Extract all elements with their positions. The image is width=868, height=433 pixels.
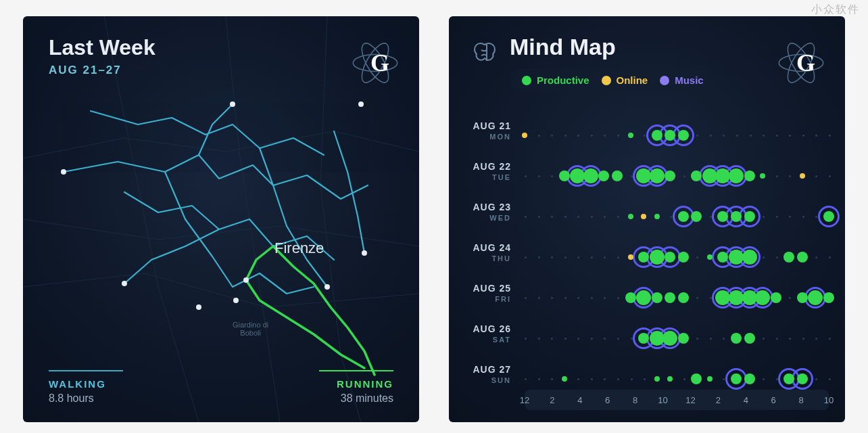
data-point [667,376,673,382]
svg-point-7 [196,304,201,310]
data-point [707,376,713,382]
running-stat: RUNNING 38 minutes [319,370,393,405]
watermark-text: 小众软件 [811,3,860,17]
data-point [628,133,633,138]
axis-tick: 6 [605,395,610,405]
last-week-date-range: AUG 21–27 [49,64,122,77]
data-point [652,130,662,141]
data-point [797,252,808,263]
svg-point-8 [233,298,239,303]
svg-point-2 [358,101,364,107]
axis-tick: 12 [685,395,695,405]
data-point [662,331,677,346]
row-date: AUG 24 [466,242,511,253]
data-point [717,211,728,222]
data-point [731,373,742,384]
data-point [678,130,689,141]
row-track [525,115,829,156]
data-point [691,373,702,384]
svg-point-3 [122,281,127,286]
day-row: AUG 22TUE [449,156,845,196]
svg-point-5 [324,284,330,290]
data-point [665,130,675,141]
data-point [744,170,755,181]
svg-point-1 [230,101,235,107]
svg-point-0 [61,169,66,175]
data-point [691,211,702,222]
chart-rows: AUG 21MONAUG 22TUEAUG 23WEDAUG 24THUAUG … [449,115,845,382]
row-track [525,277,829,318]
brand-logo: G [370,49,389,77]
row-dow: WED [466,214,511,222]
data-point [771,292,781,303]
axis-tick: 2 [550,395,554,405]
data-point [678,333,689,344]
data-point [559,170,570,181]
row-dow: THU [466,254,511,263]
data-point [760,173,765,179]
data-point [654,376,660,382]
poi-giardino: Giardino di Boboli [233,321,268,337]
legend-online: Online [602,74,648,86]
data-point [650,168,665,183]
data-point [583,168,598,183]
row-dow: SAT [466,336,511,344]
data-point [691,170,702,181]
mind-map-title: Mind Map [510,34,616,60]
axis-tick: 12 [520,395,529,405]
data-point [636,290,651,305]
mind-map-card: Mind Map G ProductiveOnlineMusic AUG 21M… [449,16,845,422]
row-dow: FRI [466,295,511,303]
brand-logo: G [796,49,815,77]
data-point [744,333,755,344]
data-point [665,292,675,303]
data-point [652,292,662,303]
data-point [731,333,742,344]
day-row: AUG 25FRI [449,277,845,318]
axis-tick: 10 [658,395,667,405]
data-point [641,214,646,219]
row-date: AUG 21 [466,120,511,131]
row-date: AUG 23 [466,202,511,212]
axis-tick: 10 [824,395,834,405]
data-point [678,211,689,222]
city-label: Firenze [274,240,324,257]
brain-icon [472,41,502,65]
axis-tick: 8 [633,395,637,405]
data-point [678,252,689,263]
data-point [625,292,636,303]
data-point [729,168,744,183]
data-point [808,290,823,305]
data-point [562,376,567,382]
data-point [707,254,713,260]
axis-tick: 2 [716,395,721,405]
data-point [783,373,794,384]
legend: ProductiveOnlineMusic [510,69,716,91]
data-point [744,211,755,222]
data-point [650,250,665,265]
axis-tick: 6 [771,395,776,405]
data-point [638,333,649,344]
data-point [522,133,527,138]
data-point [598,170,609,181]
legend-music: Music [660,74,704,86]
data-point [665,252,675,263]
data-point [744,373,755,384]
data-point [654,214,660,219]
data-point [742,250,757,265]
data-point [783,252,794,263]
day-row: AUG 26SAT [449,318,845,359]
row-date: AUG 22 [466,161,511,172]
row-dow: TUE [466,173,511,181]
axis-tick: 4 [577,395,582,405]
axis-tick: 4 [744,395,748,405]
axis-tick: 8 [798,395,803,405]
row-date: AUG 27 [466,364,511,375]
row-track [525,237,829,277]
svg-point-4 [243,277,249,283]
data-point [823,211,834,222]
data-point [628,214,633,219]
x-axis: 1224681012246810 [525,390,829,410]
data-point [717,252,728,263]
walking-value: 8.8 hours [49,392,123,405]
